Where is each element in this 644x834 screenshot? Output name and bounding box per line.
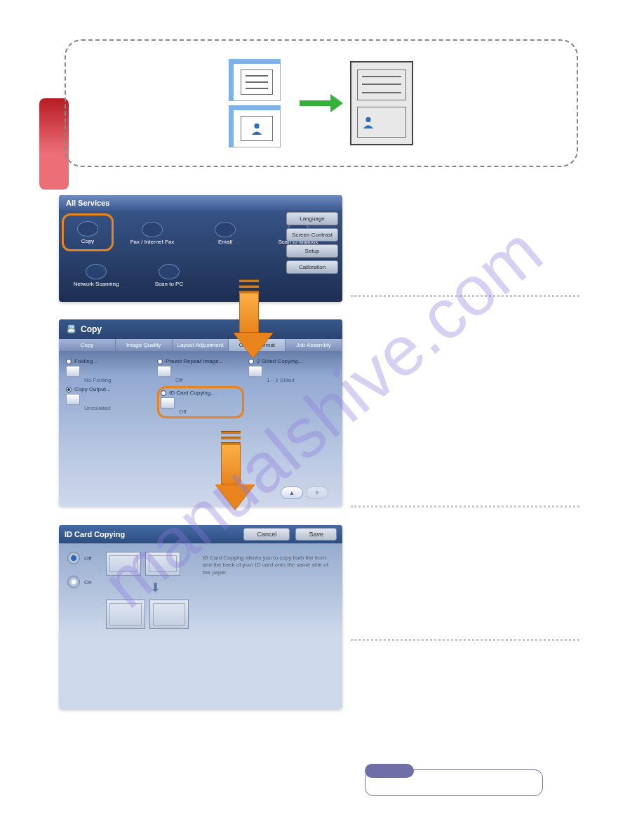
all-services-screen: All Services Copy Fax / Internet Fax Ema… — [59, 195, 342, 302]
guide-line — [351, 505, 579, 508]
all-services-title: All Services — [59, 195, 342, 211]
callout-pill — [365, 764, 543, 796]
flow-arrow-icon — [234, 279, 264, 358]
page-up-button[interactable]: ▲ — [281, 486, 303, 499]
option-copy-output[interactable]: Copy Output... Uncollated — [66, 386, 153, 418]
diagram-thumb — [145, 552, 180, 576]
id-card-copying-screen: ID Card Copying Cancel Save Off On ⬇ ID … — [59, 525, 342, 709]
option-value: Off — [175, 377, 244, 383]
option-value: Off — [179, 409, 241, 415]
option-folding[interactable]: Folding... No Folding — [66, 358, 153, 383]
option-label: Preset Repeat Image... — [166, 358, 223, 364]
copy-screen: 📇 Copy Copy Image Quality Layout Adjustm… — [59, 319, 342, 506]
copy-title: Copy — [81, 324, 102, 334]
diagram-source-card — [229, 106, 280, 147]
svg-point-1 — [365, 117, 370, 121]
radio-on[interactable]: On — [67, 576, 92, 588]
fax-icon — [142, 222, 163, 237]
person-icon — [250, 122, 263, 135]
tab-copy[interactable]: Copy — [59, 339, 116, 351]
option-value: No Folding — [84, 377, 153, 383]
copy-service-icon: 📇 — [66, 324, 76, 334]
service-label: Scan to PC — [155, 281, 183, 287]
service-email[interactable]: Email — [191, 213, 260, 253]
radio-label: On — [84, 579, 92, 585]
help-text: ID Card Copying allows you to copy both … — [203, 552, 334, 629]
service-label: Copy — [81, 238, 95, 244]
save-button[interactable]: Save — [295, 528, 337, 541]
service-label: Email — [218, 239, 232, 245]
service-fax[interactable]: Fax / Internet Fax — [118, 213, 187, 253]
option-label: 2 Sided Copying... — [257, 358, 302, 364]
service-label: Network Scanning — [74, 281, 119, 287]
option-label: Copy Output... — [74, 386, 111, 392]
option-id-card-copying[interactable]: ID Card Copying... Off — [157, 386, 244, 418]
screen-contrast-button[interactable]: Screen Contrast — [286, 228, 338, 241]
service-label: Fax / Internet Fax — [130, 239, 175, 245]
cancel-button[interactable]: Cancel — [243, 528, 290, 541]
option-value: 1→1 Sided — [267, 377, 335, 383]
pc-icon — [159, 264, 180, 279]
diagram-source-doc — [229, 60, 280, 100]
service-scan-pc[interactable]: Scan to PC — [135, 256, 203, 295]
tab-layout-adjustment[interactable]: Layout Adjustment — [173, 339, 229, 351]
service-network-scanning[interactable]: Network Scanning — [62, 256, 130, 295]
diagram-box — [65, 39, 578, 167]
calibration-button[interactable]: Calibration — [286, 260, 338, 274]
id-card-title: ID Card Copying — [65, 530, 125, 538]
service-copy[interactable]: Copy — [62, 213, 114, 251]
guide-line — [351, 639, 579, 641]
email-icon — [215, 222, 236, 237]
arrow-down-icon: ⬇ — [150, 581, 161, 594]
diagram-thumb — [149, 600, 189, 629]
option-preset-repeat[interactable]: Preset Repeat Image... Off — [157, 358, 244, 383]
setup-button[interactable]: Setup — [286, 244, 338, 258]
diagram-input-column — [229, 60, 280, 147]
svg-point-0 — [254, 124, 259, 128]
page-down-button[interactable]: ▼ — [306, 486, 328, 499]
option-two-sided[interactable]: 2 Sided Copying... 1→1 Sided — [248, 358, 335, 383]
id-card-diagram: ⬇ — [106, 552, 189, 629]
language-button[interactable]: Language — [286, 212, 338, 225]
diagram-thumb — [106, 600, 145, 629]
flow-arrow-icon — [215, 431, 246, 510]
option-label: Folding... — [74, 358, 98, 364]
guide-line — [351, 295, 579, 297]
diagram-thumb — [106, 552, 141, 576]
radio-label: Off — [84, 555, 92, 562]
option-label: ID Card Copying... — [169, 390, 215, 396]
arrow-right-icon — [300, 100, 330, 106]
copy-icon — [77, 221, 98, 237]
option-value: Uncollated — [84, 405, 153, 411]
tab-job-assembly[interactable]: Job Assembly — [286, 339, 342, 351]
radio-off[interactable]: Off — [67, 552, 92, 564]
person-icon — [362, 116, 375, 128]
tab-image-quality[interactable]: Image Quality — [116, 339, 173, 351]
diagram-output — [350, 61, 413, 145]
network-icon — [86, 264, 107, 279]
